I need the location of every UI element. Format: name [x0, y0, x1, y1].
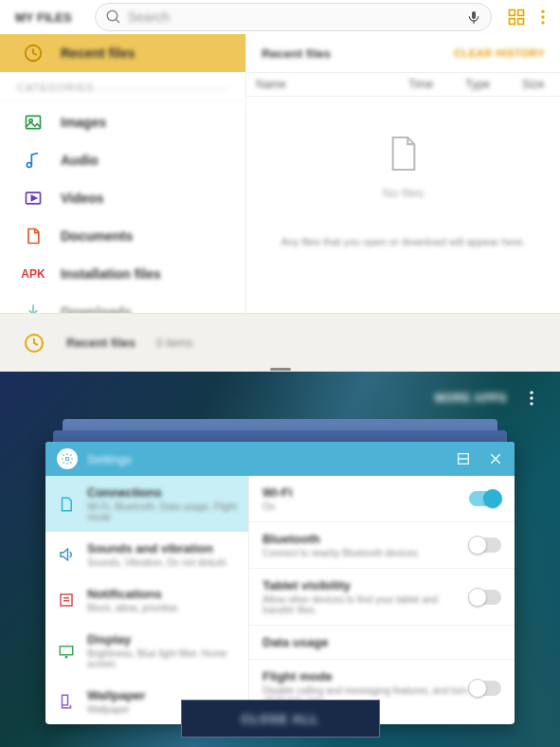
recent-card-settings[interactable]: Settings ConnectionsWi-Fi, Bluetooth, Da…: [45, 442, 515, 724]
secondary-bar[interactable]: Recent files 0 items: [0, 313, 560, 372]
svg-marker-16: [31, 196, 36, 201]
settings-cat-sub: Brightness, Blue light filter, Home scre…: [87, 648, 237, 669]
settings-row-label: Wi-Fi: [262, 485, 469, 500]
col-type[interactable]: Type: [456, 78, 513, 91]
wallpaper-icon: [58, 693, 75, 710]
settings-row-datausage[interactable]: Data usage: [249, 626, 515, 660]
search-field[interactable]: Search: [95, 3, 492, 31]
settings-cat-label: Connections: [87, 485, 237, 500]
sidebar-item-apk[interactable]: APK Installation files: [0, 255, 245, 293]
search-icon: [105, 9, 122, 26]
sidebar-item-audio[interactable]: Audio: [0, 141, 245, 179]
settings-row-label: Data usage: [262, 635, 501, 649]
col-name[interactable]: Name: [246, 78, 399, 91]
settings-cat-notifications[interactable]: NotificationsBlock, allow, prioritise: [45, 577, 248, 623]
settings-row-label: Bluetooth: [262, 532, 469, 546]
sidebar-item-documents[interactable]: Documents: [0, 217, 245, 255]
multiwindow-icon[interactable]: [456, 451, 471, 466]
svg-rect-5: [518, 10, 524, 16]
settings-row-label: Tablet visibility: [262, 578, 469, 592]
secondary-count: 0 items: [156, 337, 193, 350]
svg-point-20: [530, 402, 533, 405]
settings-cat-label: Display: [87, 632, 237, 647]
settings-cat-label: Sounds and vibration: [87, 541, 237, 556]
svg-point-9: [541, 15, 544, 18]
video-icon: [24, 189, 43, 208]
sidebar-item-label: Downloads: [61, 304, 132, 313]
more-icon[interactable]: [533, 8, 552, 27]
svg-point-18: [530, 392, 533, 394]
music-icon: [24, 151, 43, 170]
close-all-button[interactable]: CLOSE ALL: [181, 700, 380, 738]
sidebar-item-label: Videos: [61, 191, 104, 206]
settings-cat-sounds[interactable]: Sounds and vibrationSounds, Vibration, D…: [45, 532, 248, 577]
sidebar-item-label: Recent files: [61, 46, 135, 61]
settings-cat-connections[interactable]: ConnectionsWi-Fi, Bluetooth, Data usage,…: [45, 476, 248, 532]
svg-point-10: [541, 21, 544, 24]
toggle-flightmode[interactable]: [469, 681, 501, 696]
sidebar-item-label: Images: [61, 115, 106, 130]
clock-icon: [23, 43, 44, 64]
settings-cat-sub: Block, allow, prioritise: [87, 603, 237, 613]
settings-row-visibility[interactable]: Tablet visibilityAllow other devices to …: [249, 569, 515, 626]
settings-app-icon: [57, 448, 78, 469]
toggle-bluetooth[interactable]: [469, 537, 501, 553]
document-icon: [24, 227, 43, 246]
toggle-wifi[interactable]: [469, 491, 501, 506]
file-icon: [388, 135, 420, 173]
sound-icon: [58, 546, 75, 563]
connections-icon: [58, 496, 75, 513]
more-icon[interactable]: [522, 389, 541, 408]
sidebar-item-videos[interactable]: Videos: [0, 179, 245, 217]
settings-row-sub: Connect to nearby Bluetooth devices.: [262, 548, 469, 558]
svg-rect-31: [63, 695, 68, 705]
settings-categories: ConnectionsWi-Fi, Bluetooth, Data usage,…: [45, 476, 249, 724]
more-apps-button[interactable]: MORE APPS: [435, 392, 507, 405]
svg-rect-2: [472, 11, 476, 19]
close-icon[interactable]: [488, 451, 503, 466]
settings-cat-display[interactable]: DisplayBrightness, Blue light filter, Ho…: [45, 623, 248, 679]
sidebar-item-label: Audio: [61, 153, 99, 168]
sidebar-item-label: Installation files: [61, 266, 161, 282]
col-size[interactable]: Size: [513, 78, 560, 91]
search-placeholder: Search: [122, 9, 481, 25]
apk-icon: APK: [23, 267, 44, 281]
content-pane: Recent files CLEAR HISTORY Name Time Typ…: [246, 34, 560, 313]
svg-rect-7: [518, 19, 524, 25]
drag-handle[interactable]: [270, 368, 291, 371]
svg-line-1: [116, 19, 119, 23]
col-time[interactable]: Time: [399, 78, 456, 91]
settings-row-wifi[interactable]: Wi-FiOn: [249, 476, 515, 522]
overview-screen: MORE APPS Settings ConnectionsWi-Fi, Blu…: [0, 372, 560, 747]
card-title: Settings: [87, 452, 446, 466]
mic-icon[interactable]: [466, 9, 481, 25]
categories-header: CATEGORIES: [0, 72, 245, 101]
table-header: Name Time Type Size: [246, 72, 560, 97]
sidebar-item-images[interactable]: Images: [0, 103, 245, 141]
sidebar-item-label: Documents: [61, 228, 133, 244]
secondary-title: Recent files: [66, 336, 135, 350]
settings-row-sub: Allow other devices to find your tablet …: [262, 594, 469, 615]
empty-title: No files: [383, 186, 424, 200]
settings-cat-label: Notifications: [87, 587, 237, 601]
clear-history-button[interactable]: CLEAR HISTORY: [454, 47, 545, 59]
settings-detail: Wi-FiOn BluetoothConnect to nearby Bluet…: [249, 476, 515, 724]
content-title: Recent files: [262, 46, 331, 61]
download-icon: [24, 302, 43, 313]
svg-point-19: [530, 396, 533, 399]
toggle-visibility[interactable]: [469, 590, 501, 605]
image-icon: [24, 113, 43, 132]
svg-point-0: [107, 10, 117, 21]
empty-subtitle: Any files that you open or download will…: [280, 236, 525, 247]
empty-state: No files Any files that you open or down…: [246, 97, 560, 247]
close-all-label: CLOSE ALL: [241, 712, 318, 726]
sidebar-item-downloads[interactable]: Downloads: [0, 293, 245, 313]
settings-cat-sub: Sounds, Vibration, Do not disturb: [87, 557, 237, 568]
view-grid-icon[interactable]: [507, 8, 526, 27]
svg-rect-12: [27, 116, 41, 128]
settings-row-label: Flight mode: [262, 669, 469, 683]
settings-row-bluetooth[interactable]: BluetoothConnect to nearby Bluetooth dev…: [249, 522, 515, 569]
sidebar-item-recent[interactable]: Recent files: [0, 34, 245, 72]
svg-point-30: [65, 656, 67, 658]
svg-rect-4: [510, 10, 515, 16]
